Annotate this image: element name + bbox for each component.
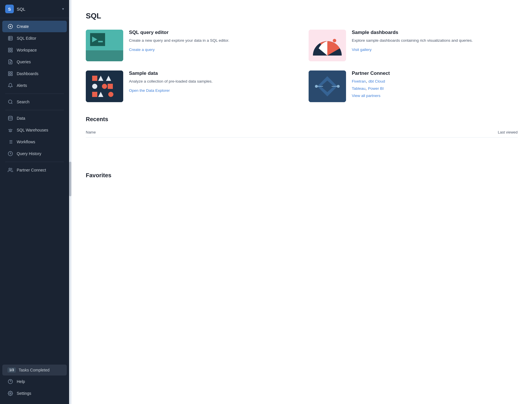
sidebar-item-label: Workspace <box>17 48 37 52</box>
svg-rect-7 <box>8 48 10 49</box>
dbt-cloud-link[interactable]: dbt Cloud <box>368 79 385 83</box>
card-sample-data: Sample data Analyze a collection of pre-… <box>86 70 295 102</box>
card-content-sample-data: Sample data Analyze a collection of pre-… <box>129 70 295 94</box>
cards-grid: SQL query editor Create a new query and … <box>86 30 518 102</box>
card-title-sample-data: Sample data <box>129 70 295 76</box>
sidebar-item-label: Alerts <box>17 83 27 88</box>
svg-rect-16 <box>11 74 12 76</box>
recents-section: Recents Name Last viewed <box>86 116 518 163</box>
link-separator: , <box>366 79 368 83</box>
file-text-icon <box>7 59 13 65</box>
svg-line-18 <box>11 103 12 104</box>
favorites-title: Favorites <box>86 172 518 179</box>
sidebar-item-label: Create <box>17 24 29 29</box>
sidebar-item-data[interactable]: Data <box>2 113 67 124</box>
card-partner-connect: Partner Connect Fivetran, dbt Cloud Tabl… <box>309 70 518 102</box>
recents-col-last-viewed: Last viewed <box>498 130 518 134</box>
svg-rect-46 <box>108 84 113 89</box>
card-image-sql-editor <box>86 30 123 61</box>
grid-icon <box>7 47 13 53</box>
card-sql-query-editor: SQL query editor Create a new query and … <box>86 30 295 61</box>
visit-gallery-link[interactable]: Visit gallery <box>352 47 372 52</box>
card-image-sample-data <box>86 70 123 102</box>
sidebar-item-label: Queries <box>17 60 31 64</box>
sidebar-item-label: SQL Editor <box>17 36 36 41</box>
card-sample-dashboards: Sample dashboards Explore sample dashboa… <box>309 30 518 61</box>
sidebar-item-queries[interactable]: Queries <box>2 56 67 68</box>
sidebar-item-workflows[interactable]: Workflows <box>2 136 67 148</box>
svg-rect-15 <box>8 74 10 76</box>
card-desc-sample-dashboards: Explore sample dashboards containing ric… <box>352 38 518 43</box>
svg-point-17 <box>8 100 12 103</box>
card-content-sql-editor: SQL query editor Create a new query and … <box>129 30 295 53</box>
svg-rect-37 <box>86 50 123 61</box>
fivetran-link[interactable]: Fivetran <box>352 79 366 83</box>
recents-title: Recents <box>86 116 518 123</box>
card-image-partner-connect <box>309 70 346 102</box>
sidebar-logo: S <box>5 5 14 13</box>
svg-rect-36 <box>98 41 103 42</box>
svg-point-39 <box>333 39 336 42</box>
svg-rect-14 <box>11 72 12 73</box>
sidebar-header[interactable]: S SQL ▾ <box>0 0 69 18</box>
sidebar-item-create[interactable]: Create <box>2 21 67 32</box>
sidebar-item-label: Workflows <box>17 140 35 144</box>
sidebar-item-settings[interactable]: Settings <box>2 388 67 399</box>
tableau-link[interactable]: Tableau <box>352 86 365 91</box>
sidebar-divider-2 <box>5 110 64 110</box>
table-icon <box>7 35 13 41</box>
create-query-link[interactable]: Create a query <box>129 47 155 52</box>
sidebar-item-label: Search <box>17 100 29 104</box>
svg-point-29 <box>9 168 11 170</box>
sidebar-item-label: Partner Connect <box>17 168 46 172</box>
sidebar-item-label: Query History <box>17 151 41 156</box>
sidebar-item-workspace[interactable]: Workspace <box>2 44 67 56</box>
tasks-badge: 1/3 <box>7 367 16 373</box>
tasks-label: Tasks Completed <box>19 368 50 372</box>
sidebar: S SQL ▾ Create <box>0 0 69 404</box>
svg-point-32 <box>10 393 11 394</box>
recents-table-body <box>86 140 518 163</box>
card-desc-sample-data: Analyze a collection of pre-loaded data … <box>129 79 295 84</box>
main-content: SQL SQL query editor <box>71 0 532 404</box>
sidebar-item-help[interactable]: Help <box>2 376 67 387</box>
recents-col-name: Name <box>86 130 96 134</box>
sidebar-item-sql-editor[interactable]: SQL Editor <box>2 33 67 44</box>
card-content-partner-connect: Partner Connect Fivetran, dbt Cloud Tabl… <box>352 70 518 99</box>
users-icon <box>7 167 13 173</box>
sidebar-scrollbar[interactable] <box>69 0 71 404</box>
sidebar-item-sql-warehouses[interactable]: SQL Warehouses <box>2 124 67 136</box>
power-bi-link[interactable]: Power BI <box>368 86 384 91</box>
card-desc-sql-editor: Create a new query and explore your data… <box>129 38 295 43</box>
server-icon <box>7 127 13 133</box>
sidebar-item-label: Dashboards <box>17 71 39 76</box>
open-data-explorer-link[interactable]: Open the Data Explorer <box>129 88 170 93</box>
sidebar-item-partner-connect[interactable]: Partner Connect <box>2 164 67 176</box>
svg-rect-47 <box>92 92 97 97</box>
sidebar-item-alerts[interactable]: Alerts <box>2 80 67 91</box>
sidebar-item-query-history[interactable]: Query History <box>2 148 67 159</box>
svg-point-49 <box>108 92 113 97</box>
sidebar-item-label: Settings <box>17 391 31 396</box>
svg-rect-13 <box>8 72 10 73</box>
bar-chart-icon <box>7 71 13 77</box>
chevron-down-icon: ▾ <box>62 7 64 11</box>
bell-icon <box>7 83 13 88</box>
scroll-thumb <box>69 162 71 196</box>
data-icon <box>7 115 13 121</box>
search-icon <box>7 99 13 105</box>
card-title-sample-dashboards: Sample dashboards <box>352 30 518 35</box>
svg-point-45 <box>102 84 107 89</box>
recents-table-header: Name Last viewed <box>86 127 518 138</box>
sidebar-item-label: Help <box>17 379 25 384</box>
svg-point-44 <box>92 84 97 89</box>
clock-icon <box>7 151 13 157</box>
sidebar-divider <box>5 94 64 94</box>
svg-rect-9 <box>8 51 10 52</box>
sidebar-item-dashboards[interactable]: Dashboards <box>2 68 67 79</box>
sidebar-item-search[interactable]: Search <box>2 96 67 108</box>
tasks-completed-button[interactable]: 1/3 Tasks Completed <box>2 365 67 376</box>
svg-point-55 <box>315 85 318 88</box>
settings-icon <box>7 390 13 396</box>
view-all-partners-link[interactable]: View all partners <box>352 94 381 98</box>
